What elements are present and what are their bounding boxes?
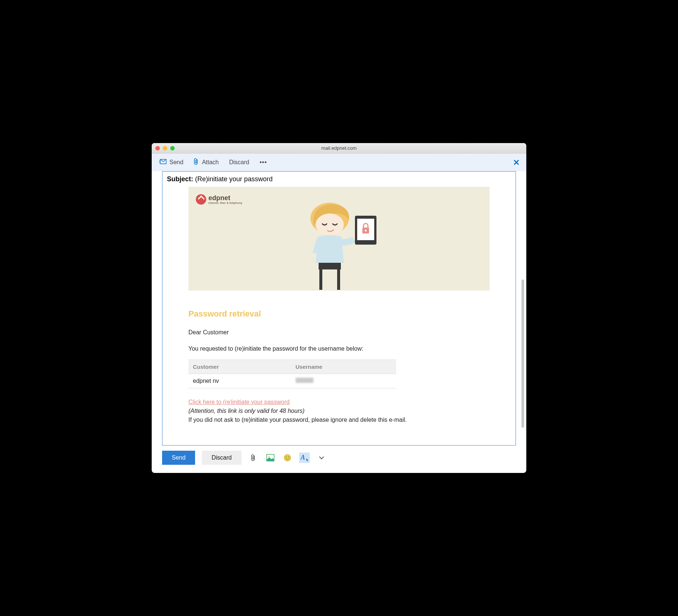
- svg-point-44: [284, 454, 291, 461]
- svg-rect-9: [319, 269, 322, 290]
- ignore-text: If you did not ask to (re)initiate your …: [188, 417, 490, 423]
- insert-emoji-icon[interactable]: [282, 453, 293, 463]
- bottom-action-bar: Send Discard A✎: [152, 446, 526, 473]
- svg-rect-10: [337, 269, 340, 290]
- attach-bottom-icon[interactable]: [248, 453, 259, 463]
- table-row: edpnet nv: [188, 374, 396, 388]
- subject-row: Subject: (Re)initiate your password: [162, 172, 516, 187]
- col-username: Username: [291, 360, 396, 374]
- table-header-row: Customer Username: [188, 360, 396, 374]
- cell-username: [291, 374, 396, 388]
- send-button[interactable]: Send: [159, 159, 183, 166]
- send-bottom-button[interactable]: Send: [162, 451, 195, 465]
- logo-name: edpnet: [208, 194, 230, 202]
- send-icon: [159, 159, 167, 166]
- scrollbar[interactable]: [521, 279, 524, 428]
- subject-label: Subject:: [167, 175, 193, 183]
- svg-point-2: [316, 213, 344, 236]
- svg-rect-8: [319, 263, 341, 269]
- titlebar: mail.edpnet.com: [152, 143, 526, 153]
- attach-label: Attach: [202, 159, 218, 166]
- credentials-table: Customer Username edpnet nv: [188, 360, 396, 388]
- edpnet-logo: edpnet internet, fiber & telephony: [196, 194, 242, 205]
- svg-point-7: [365, 230, 367, 232]
- email-body: edpnet internet, fiber & telephony: [162, 187, 516, 446]
- col-customer: Customer: [188, 360, 291, 374]
- discard-button[interactable]: Discard: [229, 159, 249, 166]
- compose-area: Subject: (Re)initiate your password edpn…: [152, 171, 526, 446]
- cell-customer: edpnet nv: [188, 374, 291, 388]
- character-illustration: [296, 198, 382, 291]
- close-compose-button[interactable]: ✕: [513, 158, 520, 168]
- reset-password-link[interactable]: Click here to (re)initiate your password: [188, 399, 290, 405]
- redacted-username: [296, 378, 313, 383]
- svg-point-43: [268, 456, 270, 457]
- more-actions-button[interactable]: •••: [260, 159, 267, 166]
- close-icon: ✕: [513, 158, 520, 167]
- intro-text: You requested to (re)initiate the passwo…: [188, 345, 490, 352]
- greeting-text: Dear Customer: [188, 329, 490, 336]
- discard-bottom-button[interactable]: Discard: [202, 451, 241, 465]
- format-toggle-icon[interactable]: A✎: [299, 453, 310, 463]
- logo-tagline: internet, fiber & telephony: [208, 201, 242, 205]
- window-title: mail.edpnet.com: [152, 145, 526, 151]
- compose-toolbar: Send Attach Discard ••• ✕: [152, 153, 526, 171]
- subject-value: (Re)initiate your password: [195, 175, 273, 183]
- attention-text: (Attention, this link is only valid for …: [188, 408, 490, 414]
- email-banner: edpnet internet, fiber & telephony: [188, 187, 490, 291]
- attach-button[interactable]: Attach: [194, 158, 218, 167]
- svg-point-46: [288, 457, 289, 458]
- logo-mark-icon: [196, 194, 206, 205]
- discard-label: Discard: [229, 159, 249, 166]
- paperclip-icon: [194, 158, 199, 167]
- svg-point-45: [286, 457, 287, 458]
- ellipsis-icon: •••: [260, 159, 267, 166]
- chevron-down-icon[interactable]: [316, 453, 327, 463]
- send-label: Send: [170, 159, 183, 166]
- email-heading: Password retrieval: [188, 309, 490, 319]
- insert-image-icon[interactable]: [265, 453, 276, 463]
- compose-window: mail.edpnet.com Send Attach Discard ••• …: [152, 143, 526, 473]
- email-editor[interactable]: Subject: (Re)initiate your password edpn…: [162, 171, 516, 446]
